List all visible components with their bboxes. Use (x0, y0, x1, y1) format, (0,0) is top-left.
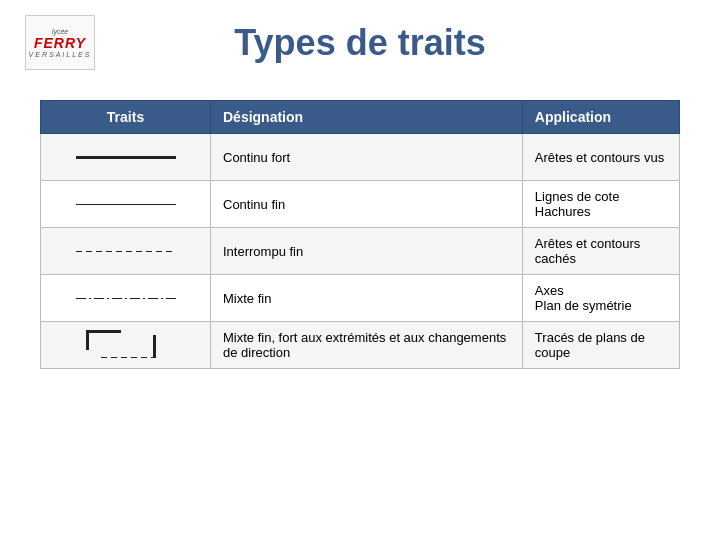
bottom-dashed-line (101, 357, 156, 358)
logo-area: lycée FERRY VERSAILLES (20, 10, 100, 75)
line-visual (53, 142, 198, 172)
trait-visual-cell (41, 228, 211, 275)
main-content: Traits Désignation Application Continu f… (0, 80, 720, 389)
table-row: Continu fin Lignes de coteHachures (41, 181, 680, 228)
designation-cell: Continu fort (211, 134, 523, 181)
col-header-application: Application (522, 101, 679, 134)
page-header: lycée FERRY VERSAILLES Types de traits (0, 0, 720, 80)
designation-cell: Mixte fin (211, 275, 523, 322)
col-header-designation: Désignation (211, 101, 523, 134)
designation-cell: Continu fin (211, 181, 523, 228)
designation-text: Continu fort (223, 150, 290, 165)
line-visual (53, 330, 198, 360)
continu-fin-line (76, 204, 176, 205)
col-header-traits: Traits (41, 101, 211, 134)
trait-visual-cell (41, 322, 211, 369)
application-text: AxesPlan de symétrie (535, 283, 632, 313)
interrompu-line (76, 251, 176, 252)
line-visual (53, 236, 198, 266)
line-visual (53, 189, 198, 219)
designation-text: Mixte fin, fort aux extrémités et aux ch… (223, 330, 506, 360)
continu-fort-line (76, 156, 176, 159)
logo-box: lycée FERRY VERSAILLES (25, 15, 95, 70)
trait-visual-cell (41, 181, 211, 228)
designation-cell: Mixte fin, fort aux extrémités et aux ch… (211, 322, 523, 369)
mixte-fort-shape (86, 330, 166, 360)
mixte-line (76, 298, 176, 299)
trait-visual-cell (41, 134, 211, 181)
table-row: Mixte fin AxesPlan de symétrie (41, 275, 680, 322)
application-cell: Arêtes et contours vus (522, 134, 679, 181)
page-title: Types de traits (100, 22, 620, 64)
table-row: Interrompu fin Arêtes et contours cachés (41, 228, 680, 275)
corner-shape (86, 330, 156, 358)
application-cell: AxesPlan de symétrie (522, 275, 679, 322)
logo-line1: lycée (52, 28, 68, 35)
designation-text: Interrompu fin (223, 244, 303, 259)
application-text: Arêtes et contours vus (535, 150, 664, 165)
right-solid-line (153, 335, 156, 358)
trait-visual-cell (41, 275, 211, 322)
application-cell: Tracés de plans de coupe (522, 322, 679, 369)
application-text: Lignes de coteHachures (535, 189, 620, 219)
application-text: Tracés de plans de coupe (535, 330, 645, 360)
application-cell: Arêtes et contours cachés (522, 228, 679, 275)
designation-cell: Interrompu fin (211, 228, 523, 275)
line-visual (53, 283, 198, 313)
traits-table: Traits Désignation Application Continu f… (40, 100, 680, 369)
designation-text: Continu fin (223, 197, 285, 212)
designation-text: Mixte fin (223, 291, 271, 306)
table-header-row: Traits Désignation Application (41, 101, 680, 134)
logo-line2: FERRY (34, 35, 86, 51)
logo-line3: VERSAILLES (29, 51, 92, 58)
application-cell: Lignes de coteHachures (522, 181, 679, 228)
table-row: Mixte fin, fort aux extrémités et aux ch… (41, 322, 680, 369)
application-text: Arêtes et contours cachés (535, 236, 641, 266)
table-row: Continu fort Arêtes et contours vus (41, 134, 680, 181)
